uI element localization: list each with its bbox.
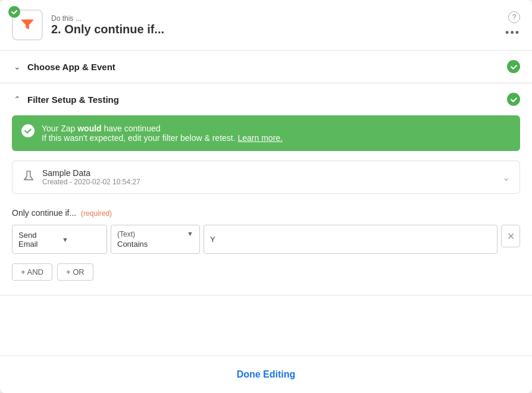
choose-app-check [507, 60, 520, 73]
choose-app-section: ⌄ Choose App & Event [0, 51, 532, 83]
filter-setup-title: Filter Setup & Testing [27, 95, 507, 105]
header-text: Do this ... 2. Only continue if... [51, 14, 505, 36]
header-subtitle: Do this ... [51, 14, 505, 23]
svg-point-0 [26, 178, 27, 179]
done-editing-button[interactable]: Done Editing [225, 366, 308, 383]
filter-setup-check [507, 93, 520, 106]
success-text: Your Zap would have continued If this wa… [42, 124, 283, 143]
choose-app-title: Choose App & Event [27, 62, 507, 72]
spacer [0, 295, 532, 356]
success-icon [21, 124, 35, 137]
filter-row: Send Email ▼ (Text) Contains ▼ ✕ [12, 225, 520, 254]
remove-filter-button[interactable]: ✕ [501, 225, 520, 247]
beaker-icon [22, 169, 35, 186]
sample-data-date: Created - 2020-02-02 10:54:27 [42, 178, 495, 186]
svg-point-1 [29, 177, 29, 178]
sample-data-label: Sample Data [42, 168, 495, 178]
chevron-up-icon: ⌃ [12, 94, 23, 105]
check-badge [8, 6, 20, 18]
success-text-post: have continued [102, 124, 161, 133]
step-icon-wrap [12, 10, 43, 40]
learn-more-link[interactable]: Learn more. [238, 133, 283, 143]
step-header: Do this ... 2. Only continue if... ? ••• [0, 0, 532, 51]
field-dropdown-icon: ▼ [62, 236, 101, 243]
header-actions: ? ••• [505, 11, 520, 39]
help-icon[interactable]: ? [508, 11, 520, 23]
filter-setup-section: ⌃ Filter Setup & Testing Your Zap would … [0, 83, 532, 295]
field-select-value: Send Email [18, 231, 57, 249]
condition-top-label: (Text) [117, 230, 135, 238]
success-text-bold: would [77, 124, 101, 133]
condition-dropdown-icon: ▼ [187, 230, 193, 237]
filter-value-input[interactable] [204, 225, 497, 254]
and-button[interactable]: + AND [12, 263, 52, 281]
logic-buttons: + AND + OR [12, 263, 520, 281]
expand-sample-button[interactable]: ⌄ [502, 172, 510, 183]
success-sub-text: If this wasn't expected, edit your filte… [42, 133, 283, 143]
required-text: (required) [81, 209, 112, 218]
filter-setup-body: Your Zap would have continued If this wa… [0, 115, 532, 295]
success-text-pre: Your Zap [42, 124, 77, 133]
choose-app-header[interactable]: ⌄ Choose App & Event [0, 51, 532, 83]
header-title: 2. Only continue if... [51, 23, 505, 36]
more-options-button[interactable]: ••• [505, 27, 520, 39]
chevron-down-icon: ⌄ [12, 61, 23, 72]
filter-label: Only continue if... (required) [12, 208, 520, 218]
filter-setup-header[interactable]: ⌃ Filter Setup & Testing [0, 83, 532, 115]
success-main-text: Your Zap would have continued [42, 124, 283, 133]
success-banner: Your Zap would have continued If this wa… [12, 115, 520, 151]
funnel-icon [20, 17, 35, 33]
condition-bot-label: Contains [117, 240, 148, 249]
condition-select[interactable]: (Text) Contains ▼ [111, 225, 200, 254]
sample-data-text: Sample Data Created - 2020-02-02 10:54:2… [42, 168, 495, 186]
field-select[interactable]: Send Email ▼ [12, 225, 107, 254]
sample-data-row: Sample Data Created - 2020-02-02 10:54:2… [12, 161, 520, 194]
or-button[interactable]: + OR [57, 263, 93, 281]
footer: Done Editing [0, 356, 532, 393]
